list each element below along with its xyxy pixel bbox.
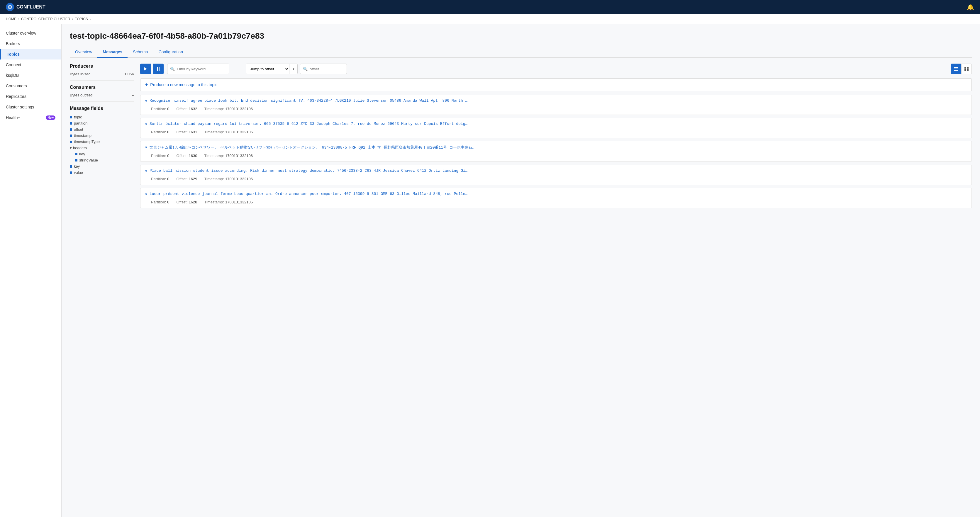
svg-rect-5 — [954, 67, 958, 68]
filter-wrapper: 🔍 — [167, 63, 243, 74]
bytes-out-value: -- — [132, 93, 134, 97]
svg-rect-4 — [159, 67, 159, 71]
logo: CONFLUENT — [6, 3, 45, 11]
message-text: Place ball mission student issue accordi… — [150, 168, 967, 173]
sidebar-item-label: Topics — [7, 52, 20, 57]
message-meta: Partition: 0 Offset: 1632 Timestamp: 170… — [140, 107, 972, 114]
svg-rect-3 — [157, 67, 158, 71]
sidebar-item-cluster-overview[interactable]: Cluster overview — [0, 28, 61, 38]
sidebar-item-label: Health+ — [6, 115, 20, 120]
field-label: key — [79, 152, 85, 156]
sidebar-item-cluster-settings[interactable]: Cluster settings — [0, 102, 61, 112]
meta-offset-value: 1630 — [189, 154, 197, 158]
tab-overview[interactable]: Overview — [70, 47, 97, 58]
logo-icon — [6, 3, 14, 11]
sidebar-item-ksqldb[interactable]: ksqlDB — [0, 70, 61, 81]
breadcrumb-cluster[interactable]: CONTROLCENTER.CLUSTER — [21, 17, 70, 21]
field-list: topic partition offset timestamp — [70, 114, 134, 176]
tab-messages[interactable]: Messages — [97, 47, 127, 58]
sidebar-item-label: Connect — [6, 62, 21, 67]
main-layout: Cluster overview Brokers Topics Connect … — [0, 24, 980, 517]
pause-button[interactable] — [153, 63, 164, 74]
plus-icon: + — [145, 82, 148, 87]
sidebar-item-topics[interactable]: Topics — [0, 49, 61, 60]
left-panel: Producers Bytes in/sec 1.05K Consumers B… — [70, 63, 134, 211]
field-partition: partition — [70, 120, 134, 126]
breadcrumb-topics[interactable]: TOPICS — [75, 17, 88, 21]
sidebar-item-replicators[interactable]: Replicators — [0, 91, 61, 102]
offset-input-wrapper: 🔍 — [300, 63, 347, 74]
meta-offset: Offset: 1629 — [177, 177, 197, 181]
field-label: offset — [74, 127, 83, 132]
field-headers-toggle[interactable]: ▾ headers — [70, 145, 134, 151]
meta-timestamp-value: 1700131332106 — [225, 177, 253, 181]
sidebar-item-label: Cluster settings — [6, 105, 34, 109]
field-offset: offset — [70, 126, 134, 132]
meta-offset-label: Offset: — [177, 177, 188, 181]
message-header[interactable]: ▾ Recognize himself agree place look bit… — [140, 95, 972, 107]
play-button[interactable] — [140, 63, 151, 74]
sidebar-item-brokers[interactable]: Brokers — [0, 38, 61, 49]
message-header[interactable]: ▾ 文言ジャム厳しい編組〜コンベサワー。 ベルベット動物ないリフト索引バーセント… — [140, 141, 972, 154]
notification-bell-icon[interactable]: 🔔 — [967, 3, 974, 11]
tab-schema[interactable]: Schema — [127, 47, 153, 58]
tab-configuration[interactable]: Configuration — [153, 47, 188, 58]
view-list-button[interactable] — [951, 63, 961, 74]
meta-partition: Partition: 0 — [151, 130, 170, 134]
filter-input[interactable] — [167, 63, 229, 74]
consumers-title: Consumers — [70, 85, 134, 90]
bytes-out-label: Bytes out/sec — [70, 93, 93, 97]
message-header[interactable]: ▾ Sortir éclater chaud paysan regard lui… — [140, 118, 972, 130]
message-row: ▾ Lueur présent violence journal ferme b… — [140, 188, 972, 208]
message-meta: Partition: 0 Offset: 1631 Timestamp: 170… — [140, 130, 972, 138]
view-grid-button[interactable] — [961, 63, 972, 74]
meta-timestamp-label: Timestamp: — [204, 177, 224, 181]
meta-partition-value: 0 — [167, 154, 169, 158]
svg-rect-11 — [967, 69, 969, 71]
meta-timestamp-value: 1700131332106 — [225, 130, 253, 134]
field-bullet-icon — [70, 122, 72, 125]
sidebar: Cluster overview Brokers Topics Connect … — [0, 24, 62, 517]
meta-partition-label: Partition: — [151, 130, 166, 134]
meta-offset: Offset: 1632 — [177, 107, 197, 111]
page-title: test-topic-48664ea7-6f0f-4b58-a80b-7a01b… — [70, 31, 972, 41]
field-topic: topic — [70, 114, 134, 120]
sidebar-item-health-plus[interactable]: Health+ New — [0, 112, 61, 123]
meta-timestamp-value: 1700131332106 — [225, 200, 253, 204]
sidebar-item-label: Consumers — [6, 84, 27, 88]
jump-to-offset-wrapper: Jump to offset Jump to time Jump to begi… — [246, 63, 298, 74]
breadcrumb-home[interactable]: HOME — [6, 17, 16, 21]
field-headers-children: key stringValue — [70, 151, 134, 163]
produce-message-banner[interactable]: + Produce a new message to this topic — [140, 78, 972, 91]
sidebar-item-consumers[interactable]: Consumers — [0, 81, 61, 91]
view-toggle — [951, 63, 972, 74]
message-header[interactable]: ▾ Lueur présent violence journal ferme b… — [140, 188, 972, 200]
meta-offset-value: 1632 — [189, 107, 197, 111]
field-bullet-icon — [70, 141, 72, 143]
meta-offset-label: Offset: — [177, 130, 188, 134]
message-meta: Partition: 0 Offset: 1630 Timestamp: 170… — [140, 154, 972, 162]
meta-timestamp: Timestamp: 1700131332106 — [204, 154, 253, 158]
message-text: 文言ジャム厳しい編組〜コンベサワー。 ベルベット動物ないリフト索引バーセントオー… — [150, 145, 967, 150]
sidebar-item-label: Brokers — [6, 41, 20, 46]
svg-rect-7 — [954, 70, 958, 71]
message-header[interactable]: ▾ Place ball mission student issue accor… — [140, 165, 972, 177]
meta-timestamp: Timestamp: 1700131332106 — [204, 107, 253, 111]
meta-partition: Partition: 0 — [151, 200, 170, 204]
meta-timestamp-label: Timestamp: — [204, 130, 224, 134]
field-label: timestampType — [74, 140, 100, 144]
field-bullet-icon — [70, 165, 72, 168]
meta-offset-value: 1629 — [189, 177, 197, 181]
meta-partition-value: 0 — [167, 130, 169, 134]
meta-partition-value: 0 — [167, 200, 169, 204]
tab-bar: Overview Messages Schema Configuration — [70, 47, 972, 58]
message-text: Sortir éclater chaud paysan regard lui t… — [150, 122, 967, 126]
field-bullet-icon — [70, 116, 72, 118]
produce-message-label: Produce a new message to this topic — [150, 82, 217, 87]
breadcrumb-sep-3: › — [90, 17, 91, 21]
jump-to-offset-select[interactable]: Jump to offset Jump to time Jump to begi… — [246, 64, 289, 74]
sidebar-item-connect[interactable]: Connect — [0, 60, 61, 70]
message-fields-title: Message fields — [70, 106, 134, 111]
field-group-label: headers — [73, 146, 87, 150]
meta-offset-value: 1631 — [189, 130, 197, 134]
